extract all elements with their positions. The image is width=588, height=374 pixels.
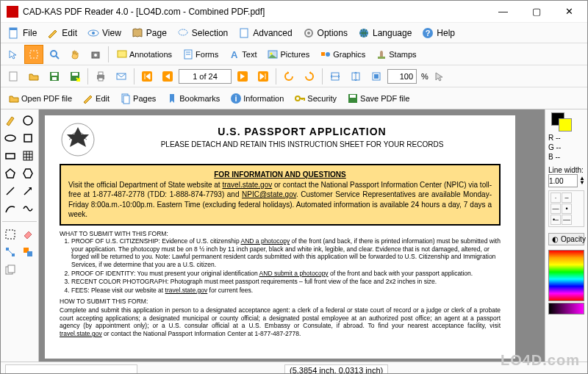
bezier-tool[interactable] [2,201,18,217]
pentagon-tool[interactable] [2,165,18,181]
svg-point-15 [94,54,97,57]
menu-page[interactable]: Page [127,26,171,40]
prev-page-button[interactable] [158,67,177,86]
fit-height-button[interactable] [346,67,365,86]
tool-tabs: Annotations Forms AText Pictures Graphic… [1,43,587,65]
menu-language[interactable]: Language [354,26,416,40]
hand-tool[interactable] [65,45,85,64]
save-as-button[interactable] [65,67,85,86]
svg-point-51 [24,116,32,125]
tab-text[interactable]: AText [224,45,261,64]
menu-file[interactable]: File [4,26,41,40]
status-bar: (5.3854 inch, 0.0313 inch) [1,362,587,374]
tab-stamps[interactable]: Stamps [371,45,420,64]
square-tool[interactable] [20,130,36,146]
menu-options[interactable]: Options [298,26,352,40]
menu-help[interactable]: ?Help [417,26,459,40]
rotate-left-button[interactable] [279,67,298,86]
eraser-tool[interactable] [20,226,36,242]
fit-page-button[interactable] [367,67,386,86]
print-button[interactable] [91,67,110,86]
svg-rect-58 [6,230,15,239]
svg-rect-63 [27,251,32,256]
lasso-icon [177,27,189,39]
tab-pictures[interactable]: Pictures [262,45,314,64]
opacity-icon: ◐ [552,235,559,243]
pencil-icon [82,93,94,104]
rect-tool[interactable] [2,148,18,164]
email-button[interactable] [112,67,131,86]
open-button[interactable] [24,67,43,86]
hue-slider[interactable] [548,250,584,301]
line-width-field[interactable] [548,174,578,187]
bookmarks-button[interactable]: Bookmarks [162,89,224,108]
cursor-tool[interactable] [4,45,23,64]
color-swatches[interactable] [548,112,584,129]
svg-text:i: i [235,94,237,103]
close-button[interactable]: ✕ [553,1,586,22]
arrow-tool[interactable] [20,183,36,199]
grid-tool[interactable] [20,148,36,164]
ellipse-tool[interactable] [2,130,18,146]
svg-rect-50 [350,95,356,98]
group-tool[interactable] [20,244,36,260]
zoom-field[interactable] [387,69,417,84]
minimize-button[interactable]: — [487,1,520,22]
properties-panel: R -- G -- B -- Line width: ▲▼ ·–— ••––– … [545,109,587,362]
menu-view[interactable]: View [83,26,126,40]
select-tool[interactable] [24,45,43,64]
first-page-button[interactable] [137,67,157,86]
background-swatch[interactable] [559,118,572,132]
save-button[interactable] [45,67,64,86]
dash-style-grid[interactable]: ·–— ••––– [548,190,584,227]
shade-slider[interactable] [548,303,584,314]
svg-point-52 [5,135,15,141]
stamp-icon [376,48,387,60]
svg-line-56 [7,187,14,195]
opacity-button[interactable]: ◐Opacity [548,233,584,245]
information-button[interactable]: iInformation [226,89,288,108]
last-page-button[interactable] [254,67,273,86]
svg-rect-5 [240,29,248,37]
menu-edit[interactable]: Edit [43,26,82,40]
svg-rect-28 [51,73,57,76]
next-page-button[interactable] [233,67,252,86]
circle-tool[interactable] [20,112,36,129]
document-viewport[interactable]: U.S. PASSPORT APPLICATION PLEASE DETACH … [39,109,545,362]
menu-selection[interactable]: Selection [173,26,232,40]
file-icon [8,27,20,39]
pages-button[interactable]: Pages [115,89,160,108]
pen-tool[interactable] [2,112,18,129]
edit-button[interactable]: Edit [78,89,114,108]
curve-tool[interactable] [20,201,36,217]
security-button[interactable]: Security [290,89,341,108]
tab-annotations[interactable]: Annotations [112,45,176,64]
fit-width-button[interactable] [326,67,345,86]
zoom-tool[interactable] [45,45,64,64]
page-field[interactable] [179,69,232,84]
node-select-tool[interactable] [2,244,18,260]
marquee-tool[interactable] [2,226,18,242]
line-tool[interactable] [2,183,18,199]
save-pdf-button[interactable]: Save PDF file [343,89,414,108]
nav-toolbar: % [1,65,587,87]
svg-point-4 [179,29,187,35]
snapshot-tool[interactable] [86,45,105,64]
cursor-position: (5.3854 inch, 0.0313 inch) [284,364,388,375]
maximize-button[interactable]: ▢ [520,1,553,22]
page-icon [238,27,250,39]
rotate-right-button[interactable] [300,67,319,86]
tab-forms[interactable]: Forms [178,45,223,64]
tab-graphics[interactable]: Graphics [315,45,370,64]
copy-tool[interactable] [2,262,18,278]
new-button[interactable] [4,67,23,86]
hexagon-tool[interactable] [20,165,36,181]
open-pdf-button[interactable]: Open PDF file [4,89,76,108]
pages-icon [120,93,132,104]
svg-rect-65 [8,265,15,273]
pointer-icon[interactable] [430,67,449,86]
svg-rect-53 [24,134,32,142]
line-width-spinner[interactable]: ▲▼ [579,176,585,186]
text-icon: A [229,48,240,60]
menu-advanced[interactable]: Advanced [234,26,296,40]
